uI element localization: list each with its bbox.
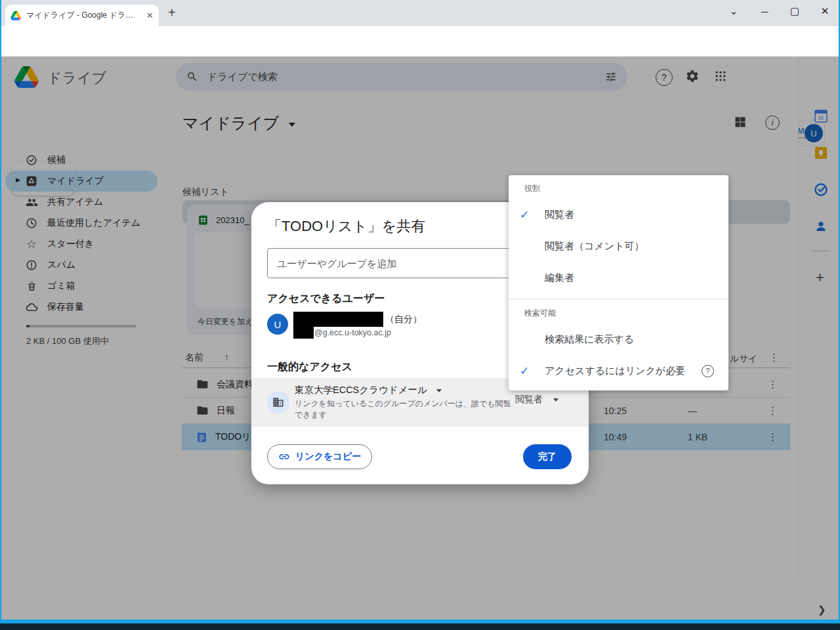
window-close-button[interactable]: ✕	[815, 3, 835, 20]
owner-email-domain: @g.ecc.u-tokyo.ac.jp	[314, 328, 391, 337]
tab-bar: マイドライブ - Google ドライブ ✕ + ⌄ ─ ▢ ✕	[0, 0, 840, 26]
tab-search-chevron-icon[interactable]: ⌄	[724, 3, 744, 20]
check-icon: ✓	[520, 364, 533, 378]
check-icon: ✓	[520, 208, 533, 222]
owner-self-label: （自分）	[385, 314, 422, 326]
role-dropdown-menu: 役割 ✓ 閲覧者 閲覧者（コメント可） 編集者 検索可能 検索結果に表示する ✓…	[509, 175, 728, 390]
chevron-down-icon	[553, 398, 558, 402]
general-access-description: リンクを知っているこのグループのメンバーは、誰でも閲覧できます	[295, 398, 513, 420]
organization-icon[interactable]	[267, 391, 289, 413]
role-section-label: 役割	[524, 183, 540, 194]
tab-title: マイドライブ - Google ドライブ	[26, 10, 136, 21]
general-access-heading: 一般的なアクセス	[267, 360, 352, 374]
menu-item-show-in-search[interactable]: 検索結果に表示する	[509, 324, 728, 355]
dialog-title: 「TODOリスト」を共有	[267, 217, 425, 236]
menu-item-viewer[interactable]: ✓ 閲覧者	[509, 199, 728, 230]
owner-avatar: U	[267, 314, 288, 335]
drive-favicon-icon	[10, 11, 21, 20]
copy-link-button[interactable]: リンクをコピー	[267, 444, 372, 469]
link-icon	[278, 451, 290, 463]
search-section-label: 検索可能	[524, 308, 556, 319]
browser-tab[interactable]: マイドライブ - Google ドライブ ✕	[5, 5, 159, 26]
help-icon[interactable]: ?	[702, 365, 714, 377]
window-minimize-button[interactable]: ─	[755, 3, 774, 20]
new-tab-button[interactable]: +	[168, 5, 176, 20]
done-button[interactable]: 完了	[523, 444, 572, 469]
menu-divider	[509, 299, 728, 299]
window-frame-left	[0, 0, 1, 630]
window-maximize-button[interactable]: ▢	[785, 3, 805, 20]
people-with-access-heading: アクセスできるユーザー	[267, 292, 385, 306]
chevron-down-icon[interactable]	[436, 389, 442, 392]
redacted-owner-email	[293, 327, 314, 339]
taskbar-edge	[0, 623, 840, 630]
role-selector[interactable]: 閲覧者	[515, 394, 558, 406]
tab-close-icon[interactable]: ✕	[146, 10, 154, 20]
browser-toolbar: ← → ⟳ drive.google.com/drive/my-drive ☆ …	[0, 26, 840, 57]
menu-item-editor[interactable]: 編集者	[509, 262, 728, 293]
general-access-name[interactable]: 東京大学ECCSクラウドメール	[295, 384, 442, 396]
redacted-owner-name	[293, 312, 383, 327]
menu-item-commenter[interactable]: 閲覧者（コメント可）	[509, 230, 728, 262]
browser-window: マイドライブ - Google ドライブ ✕ + ⌄ ─ ▢ ✕ ← → ⟳ d…	[0, 0, 840, 630]
menu-item-link-required[interactable]: ✓ アクセスするにはリンクが必要 ?	[509, 355, 728, 387]
